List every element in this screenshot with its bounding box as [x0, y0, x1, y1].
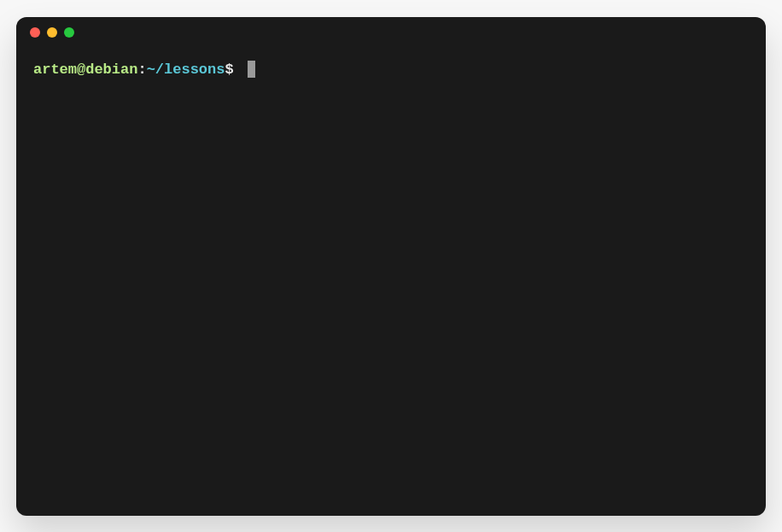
prompt-user-host: artem@debian — [33, 58, 137, 81]
terminal-window: artem@debian:~/lessons$ — [16, 17, 766, 516]
terminal-body[interactable]: artem@debian:~/lessons$ — [16, 48, 766, 516]
maximize-icon[interactable] — [64, 27, 74, 38]
close-icon[interactable] — [30, 27, 40, 38]
minimize-icon[interactable] — [47, 27, 57, 38]
cursor-icon — [248, 61, 255, 78]
prompt-colon: : — [137, 58, 146, 81]
prompt-dollar: $ — [225, 58, 242, 81]
prompt-line: artem@debian:~/lessons$ — [33, 58, 749, 81]
window-titlebar — [16, 17, 766, 48]
prompt-path: ~/lessons — [147, 58, 225, 81]
